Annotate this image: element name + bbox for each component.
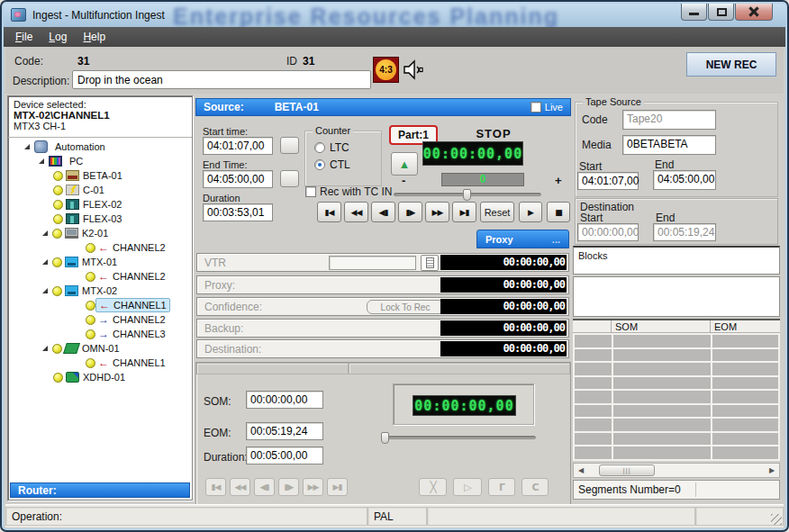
ltc-radio[interactable] bbox=[314, 142, 325, 153]
tree-item-omn-channel1[interactable]: ←CHANNEL1 bbox=[8, 356, 192, 370]
tree-item-flex-02[interactable]: FLEX-02 bbox=[8, 197, 192, 212]
expander-icon[interactable] bbox=[42, 230, 48, 236]
close-button[interactable] bbox=[735, 4, 773, 21]
tree-item-k2-channel2[interactable]: ←CHANNEL2 bbox=[8, 240, 192, 255]
play-button[interactable]: ▶ bbox=[519, 202, 542, 222]
tree-item-flex-03[interactable]: FLEX-03 bbox=[8, 212, 192, 226]
menu-help[interactable]: Help bbox=[75, 28, 113, 46]
table-row[interactable] bbox=[574, 404, 779, 419]
tree-item-mtx-01[interactable]: MTX-01 bbox=[8, 255, 192, 269]
ctl-radio[interactable] bbox=[314, 159, 325, 170]
blocks-h-scrollbar[interactable]: ◀ ||| ▶ bbox=[573, 463, 780, 478]
tree-item-mtx-02[interactable]: MTX-02 bbox=[8, 284, 192, 298]
rewind-icon: ◀◀ bbox=[235, 482, 246, 491]
tree-label: MTX-01 bbox=[82, 257, 117, 267]
end-time-grab-button[interactable] bbox=[280, 170, 299, 187]
clip-go-to-start-button[interactable]: ▮◀ bbox=[205, 478, 226, 496]
go-to-start-button[interactable]: ▮◀ bbox=[317, 202, 341, 222]
resize-grip[interactable] bbox=[771, 514, 782, 525]
tree-item-k2-01[interactable]: K2-01 bbox=[8, 226, 192, 240]
clip-lcd-display: 00:00:00,00 bbox=[413, 395, 516, 416]
counter-group-title: Counter bbox=[313, 125, 353, 136]
tape-media-field[interactable]: 0BETABETA bbox=[622, 135, 716, 155]
clip-step-forward-button[interactable]: ▮▶ bbox=[278, 478, 299, 496]
blue-right-arrow-icon: → bbox=[98, 328, 109, 340]
tree-item-mtx01-channel2[interactable]: ←CHANNEL2 bbox=[8, 269, 192, 284]
duration-field[interactable]: 00:03:53,01 bbox=[203, 203, 273, 221]
tree-item-mtx02-channel1-selected[interactable]: ←CHANNEL1 bbox=[8, 298, 192, 312]
new-rec-button[interactable]: NEW REC bbox=[686, 52, 776, 77]
scrollbar-thumb[interactable]: ||| bbox=[599, 464, 655, 476]
som-field[interactable]: 00:00:00,00 bbox=[246, 391, 323, 409]
tree-item-pc[interactable]: PC bbox=[8, 154, 192, 168]
expander-icon[interactable] bbox=[42, 259, 48, 265]
table-row[interactable] bbox=[574, 418, 779, 432]
clip-duration-field[interactable]: 00:05:00,00 bbox=[246, 446, 323, 464]
proxy-tab-menu[interactable]: ... bbox=[552, 234, 560, 245]
step-back-button[interactable]: ◀▮ bbox=[371, 202, 395, 222]
rewind-button[interactable]: ◀◀ bbox=[344, 202, 368, 222]
tape-code-field[interactable]: Tape20 bbox=[622, 110, 716, 130]
expander-icon[interactable] bbox=[24, 144, 30, 149]
clip-fast-forward-button[interactable]: ▶▶ bbox=[303, 478, 323, 496]
proxy-tab[interactable]: Proxy ... bbox=[476, 230, 569, 248]
fast-forward-button[interactable]: ▶▶ bbox=[425, 202, 449, 222]
clip-rewind-button[interactable]: ◀◀ bbox=[230, 478, 250, 496]
tape-start-field[interactable]: 04:01:07,00 bbox=[577, 172, 639, 190]
table-row[interactable] bbox=[574, 432, 779, 446]
clip-preview-button[interactable]: ▷ bbox=[453, 478, 482, 496]
scroll-right-icon[interactable]: ▶ bbox=[765, 464, 779, 477]
tree-item-omn-01[interactable]: OMN-01 bbox=[8, 341, 192, 356]
end-time-field[interactable]: 04:05:00,00 bbox=[203, 170, 273, 188]
table-row[interactable] bbox=[574, 376, 779, 391]
table-row[interactable] bbox=[574, 362, 779, 376]
status-ball-icon bbox=[52, 257, 62, 267]
tree-item-mtx02-channel2[interactable]: →CHANNEL2 bbox=[8, 312, 192, 327]
go-to-end-button[interactable]: ▶▮ bbox=[452, 202, 476, 222]
menu-log[interactable]: Log bbox=[41, 28, 75, 46]
minimize-button[interactable] bbox=[681, 4, 707, 21]
clip-delete-button[interactable]: ╳ bbox=[419, 478, 447, 496]
clip-go-to-end-button[interactable]: ▶▮ bbox=[327, 478, 348, 496]
clip-mark-out-button[interactable]: C bbox=[521, 478, 549, 496]
shuttle-bar[interactable]: 0 bbox=[441, 173, 524, 186]
tree-item-c-01[interactable]: C-01 bbox=[8, 183, 192, 197]
shuttle-slider[interactable] bbox=[394, 193, 541, 196]
eom-field[interactable]: 00:05:19,24 bbox=[246, 422, 323, 440]
expander-icon[interactable] bbox=[39, 158, 44, 164]
start-time-field[interactable]: 04:01:07,00 bbox=[203, 137, 273, 155]
expander-icon[interactable] bbox=[42, 346, 48, 351]
proxy-timecode: 00:00:00,00 bbox=[440, 277, 567, 293]
expander-icon[interactable] bbox=[42, 288, 48, 293]
description-input[interactable] bbox=[72, 70, 371, 89]
lock-to-rec-button[interactable]: Lock To Rec bbox=[367, 300, 444, 314]
clip-position-slider[interactable] bbox=[381, 436, 536, 439]
tree-item-mtx02-channel3[interactable]: →CHANNEL3 bbox=[8, 327, 192, 341]
stop-button[interactable]: ■ bbox=[547, 202, 570, 222]
tree-item-beta-01[interactable]: BETA-01 bbox=[8, 168, 192, 183]
tree-item-xdhd-01[interactable]: XDHD-01 bbox=[8, 370, 192, 384]
vtr-doc-button[interactable] bbox=[421, 255, 439, 271]
tree-item-automation[interactable]: Automation bbox=[8, 140, 192, 154]
clip-slider-thumb[interactable] bbox=[381, 432, 389, 444]
table-row[interactable] bbox=[574, 334, 779, 348]
live-checkbox[interactable] bbox=[531, 102, 541, 113]
maximize-button[interactable] bbox=[708, 4, 734, 21]
rec-with-tc-checkbox[interactable] bbox=[305, 186, 316, 197]
shuttle-slider-thumb[interactable] bbox=[463, 189, 471, 201]
blocks-table[interactable] bbox=[573, 333, 780, 461]
part-up-button[interactable]: ▲ bbox=[391, 152, 418, 176]
table-row[interactable] bbox=[574, 390, 779, 404]
step-forward-button[interactable]: ▮▶ bbox=[398, 202, 422, 222]
table-row[interactable] bbox=[574, 446, 779, 460]
table-row[interactable] bbox=[574, 348, 779, 363]
menu-file[interactable]: File bbox=[7, 28, 41, 46]
router-bar[interactable]: Router: bbox=[10, 482, 190, 498]
clip-mark-in-button[interactable]: Γ bbox=[488, 478, 515, 496]
scroll-left-icon[interactable]: ◀ bbox=[574, 464, 588, 477]
vtr-input[interactable] bbox=[329, 256, 416, 270]
reset-button[interactable]: Reset bbox=[480, 202, 514, 222]
tape-end-field[interactable]: 04:05:00,00 bbox=[653, 170, 716, 190]
start-time-grab-button[interactable] bbox=[280, 137, 299, 154]
clip-step-back-button[interactable]: ◀▮ bbox=[254, 478, 275, 496]
